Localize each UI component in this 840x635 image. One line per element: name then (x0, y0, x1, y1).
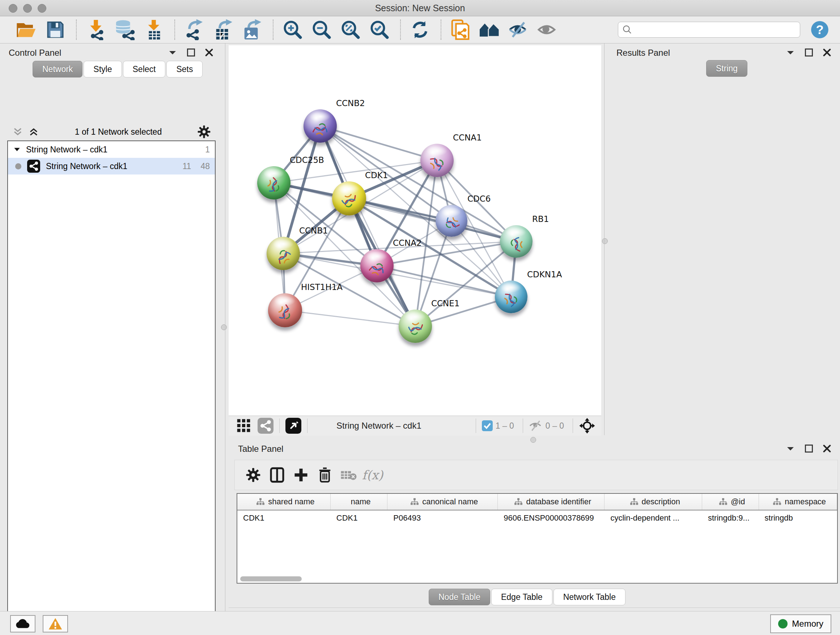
table-options-button[interactable] (241, 464, 265, 486)
save-session-button[interactable] (44, 19, 66, 41)
table-hscrollbar[interactable] (239, 576, 836, 582)
import-network-database-button[interactable] (114, 19, 136, 41)
tab-network-table[interactable]: Network Table (554, 589, 625, 605)
float-panel-icon[interactable] (786, 48, 795, 57)
open-session-button[interactable] (15, 19, 38, 41)
table-cell[interactable]: stringdb:9... (702, 510, 759, 526)
tab-node-table[interactable]: Node Table (429, 589, 490, 605)
edge[interactable] (285, 310, 415, 326)
column-header-name[interactable]: name (331, 494, 388, 510)
float-panel-icon[interactable] (786, 444, 795, 453)
node-cdkn1a[interactable] (495, 280, 527, 313)
table-cell[interactable]: stringdb (759, 510, 837, 526)
cloud-status-button[interactable] (10, 615, 35, 632)
node-ccna2[interactable] (360, 249, 393, 282)
zoom-out-button[interactable] (310, 19, 333, 41)
delete-column-button[interactable] (313, 464, 337, 486)
table-cell[interactable]: 9606.ENSP00000378699 (498, 510, 605, 526)
toolbar-separator (441, 19, 441, 40)
import-table-icon (144, 19, 163, 40)
table-cell[interactable]: CDK1 (331, 510, 388, 526)
left-splitter-handle[interactable] (221, 325, 227, 330)
network-share-icon[interactable] (257, 418, 273, 434)
tab-edge-table[interactable]: Edge Table (491, 589, 553, 605)
column-header-@id[interactable]: @id (702, 494, 759, 510)
column-header-description[interactable]: description (605, 494, 702, 510)
table-cell[interactable]: cyclin-dependent ... (605, 510, 702, 526)
fit-content-crosshair-icon[interactable] (579, 417, 595, 434)
float-panel-icon[interactable] (168, 48, 177, 57)
node-label-ccnb2: CCNB2 (336, 98, 365, 108)
network-options-gear-icon[interactable] (197, 125, 210, 138)
tab-network[interactable]: Network (33, 61, 82, 78)
separator (279, 418, 279, 433)
maximize-panel-icon[interactable] (187, 48, 195, 57)
network-collection-row[interactable]: String Network – cdk1 1 (8, 141, 215, 158)
delete-table-button[interactable] (337, 464, 361, 486)
apply-layout-button[interactable] (409, 19, 431, 41)
zoom-selected-button[interactable] (368, 19, 391, 41)
table-row[interactable]: CDK1CDK1P064939606.ENSP00000378699cyclin… (237, 510, 837, 526)
create-column-button[interactable] (289, 464, 313, 486)
column-header-database-identifier[interactable]: database identifier (498, 494, 605, 510)
column-header-label: name (351, 497, 371, 507)
collapse-all-networks-icon[interactable] (28, 126, 39, 137)
search-input[interactable] (633, 25, 800, 35)
node-hist1h1a[interactable] (268, 293, 302, 327)
memory-status-dot (778, 619, 788, 629)
network-view-title: String Network – cdk1 (336, 421, 422, 431)
selected-checkbox-icon[interactable] (482, 420, 493, 431)
show-all-button[interactable] (536, 19, 559, 41)
zoom-in-button[interactable] (281, 19, 304, 41)
network-row-selected[interactable]: String Network – cdk1 11 48 (8, 158, 215, 174)
node-ccna1[interactable] (420, 144, 454, 177)
zoom-out-icon (312, 20, 332, 40)
tab-sets[interactable]: Sets (166, 61, 202, 78)
node-cdc25b[interactable] (257, 166, 291, 200)
table-header-row: shared namenamecanonical namedatabase id… (237, 494, 837, 510)
tab-string[interactable]: String (706, 60, 747, 77)
import-table-button[interactable] (142, 19, 165, 41)
node-cdk1[interactable] (332, 181, 366, 215)
help-button[interactable]: ? (810, 20, 829, 39)
close-panel-icon[interactable] (823, 444, 831, 453)
table-cell[interactable]: P06493 (387, 510, 498, 526)
scrollbar-thumb[interactable] (240, 576, 302, 581)
edge[interactable] (349, 198, 516, 241)
memory-button[interactable]: Memory (770, 614, 831, 633)
export-image-button[interactable] (241, 19, 264, 41)
node-ccnb2[interactable] (303, 109, 337, 143)
close-panel-icon[interactable] (823, 48, 831, 57)
table-cell[interactable]: CDK1 (237, 510, 331, 526)
node-ccnb1[interactable] (267, 237, 300, 270)
column-header-canonical-name[interactable]: canonical name (387, 494, 498, 510)
search-box[interactable] (618, 22, 800, 38)
hide-selected-button[interactable] (507, 19, 530, 41)
cybrowser-home-button[interactable] (478, 19, 501, 41)
maximize-panel-icon[interactable] (805, 444, 813, 453)
tab-select[interactable]: Select (123, 61, 166, 78)
maximize-panel-icon[interactable] (805, 48, 813, 57)
birds-eye-grid-icon[interactable] (237, 418, 251, 433)
node-rb1[interactable] (500, 225, 532, 258)
edge[interactable] (320, 126, 437, 160)
tab-style[interactable]: Style (84, 61, 122, 78)
column-header-namespace[interactable]: namespace (759, 494, 837, 510)
export-table-button[interactable] (212, 19, 234, 41)
zoom-fit-button[interactable] (339, 19, 362, 41)
collapse-caret-icon[interactable] (13, 146, 21, 154)
node-ccne1[interactable] (399, 310, 432, 343)
clone-network-button[interactable] (449, 19, 472, 41)
hidden-count-badge: 0 – 0 (546, 421, 564, 431)
detach-view-icon[interactable] (286, 418, 302, 434)
function-builder-button[interactable]: f(x) (361, 464, 385, 486)
column-header-shared-name[interactable]: shared name (237, 494, 331, 510)
expand-all-networks-icon[interactable] (12, 126, 23, 137)
network-canvas[interactable]: CCNB2CCNA1CDC25BCDK1CDC6RB1CCNB1CCNA2CDK… (229, 45, 601, 416)
warning-status-button[interactable] (43, 615, 68, 632)
show-columns-button[interactable] (265, 464, 289, 486)
node-cdc6[interactable] (436, 205, 467, 237)
import-network-file-button[interactable] (85, 19, 107, 41)
export-network-button[interactable] (183, 19, 205, 41)
close-panel-icon[interactable] (205, 48, 213, 57)
